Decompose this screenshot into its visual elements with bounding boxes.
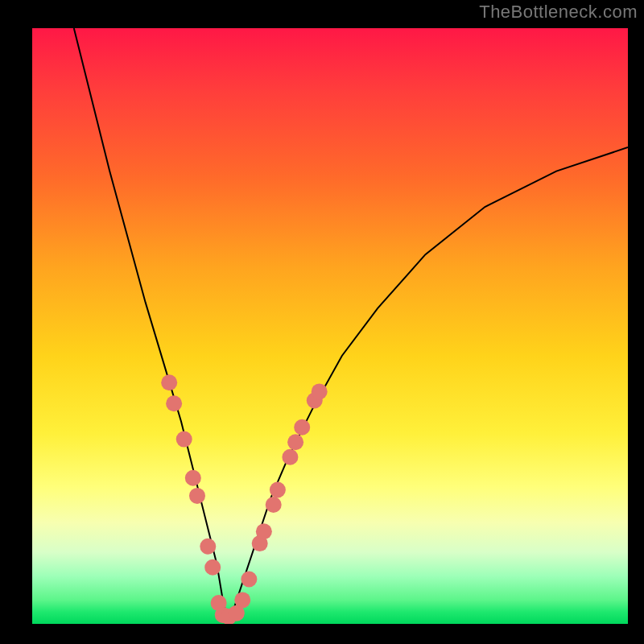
curve-marker xyxy=(294,419,310,436)
curve-marker xyxy=(241,572,257,588)
curve-marker xyxy=(189,488,205,504)
chart-svg xyxy=(32,28,628,624)
curve-marker xyxy=(234,592,250,608)
curve-marker xyxy=(287,434,303,450)
curve-marker xyxy=(161,374,177,390)
curve-marker xyxy=(166,395,182,411)
curve-marker xyxy=(211,595,227,611)
plot-area xyxy=(32,28,628,624)
curve-marker xyxy=(312,383,328,399)
curve-marker xyxy=(270,482,286,498)
bottleneck-curve xyxy=(74,28,628,624)
curve-marker xyxy=(204,559,221,576)
curve-marker xyxy=(252,535,268,551)
curve-marker xyxy=(229,605,245,621)
curve-marker xyxy=(200,539,216,555)
chart-frame: TheBottleneck.com xyxy=(0,0,644,644)
curve-marker xyxy=(307,393,323,409)
curve-marker xyxy=(176,431,192,448)
curve-marker xyxy=(256,523,272,539)
curve-marker xyxy=(266,497,282,513)
curve-marker xyxy=(221,609,237,624)
watermark-text: TheBottleneck.com xyxy=(479,2,638,23)
curve-marker xyxy=(282,449,298,465)
curve-marker xyxy=(215,607,231,623)
curve-markers xyxy=(161,374,327,624)
curve-marker xyxy=(185,470,201,486)
